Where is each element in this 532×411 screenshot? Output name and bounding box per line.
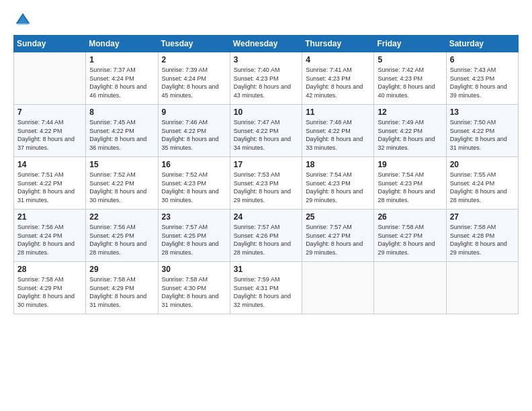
calendar-cell: 28 Sunrise: 7:58 AM Sunset: 4:29 PM Dayl… xyxy=(14,262,86,314)
day-number: 8 xyxy=(89,107,154,117)
header-day-monday: Monday xyxy=(86,36,158,52)
cell-sunrise: Sunrise: 7:37 AM xyxy=(89,66,136,73)
cell-sunrise: Sunrise: 7:41 AM xyxy=(306,66,352,73)
cell-daylight: Daylight: 8 hours and 28 minutes. xyxy=(234,240,291,256)
cell-daylight: Daylight: 8 hours and 29 minutes. xyxy=(306,188,363,203)
cell-sunrise: Sunrise: 7:57 AM xyxy=(306,224,352,230)
calendar-cell xyxy=(374,262,446,314)
cell-sunset: Sunset: 4:30 PM xyxy=(162,285,207,291)
cell-daylight: Daylight: 8 hours and 28 minutes. xyxy=(378,188,435,203)
day-number: 6 xyxy=(450,55,515,64)
calendar-cell: 12 Sunrise: 7:49 AM Sunset: 4:22 PM Dayl… xyxy=(374,105,446,157)
calendar-cell: 11 Sunrise: 7:48 AM Sunset: 4:22 PM Dayl… xyxy=(302,105,374,157)
day-number: 21 xyxy=(17,212,82,222)
cell-sunrise: Sunrise: 7:48 AM xyxy=(306,119,352,126)
calendar-cell: 22 Sunrise: 7:56 AM Sunset: 4:25 PM Dayl… xyxy=(86,210,158,262)
cell-sunrise: Sunrise: 7:47 AM xyxy=(234,119,280,126)
calendar-cell: 20 Sunrise: 7:55 AM Sunset: 4:24 PM Dayl… xyxy=(446,157,518,210)
cell-sunset: Sunset: 4:25 PM xyxy=(162,232,207,239)
day-number: 1 xyxy=(89,55,154,64)
calendar-cell xyxy=(302,262,374,314)
calendar-cell: 31 Sunrise: 7:59 AM Sunset: 4:31 PM Dayl… xyxy=(230,262,302,314)
cell-daylight: Daylight: 8 hours and 30 minutes. xyxy=(17,293,75,308)
day-number: 28 xyxy=(17,265,82,274)
calendar-cell xyxy=(14,52,86,105)
cell-sunset: Sunset: 4:26 PM xyxy=(234,232,279,239)
day-number: 31 xyxy=(234,265,298,274)
cell-sunset: Sunset: 4:22 PM xyxy=(162,128,207,134)
cell-daylight: Daylight: 8 hours and 30 minutes. xyxy=(89,188,146,203)
cell-sunrise: Sunrise: 7:58 AM xyxy=(162,276,208,283)
calendar-table: SundayMondayTuesdayWednesdayThursdayFrid… xyxy=(13,35,519,314)
header-day-saturday: Saturday xyxy=(446,36,518,52)
calendar-cell: 30 Sunrise: 7:58 AM Sunset: 4:30 PM Dayl… xyxy=(158,262,230,314)
cell-sunset: Sunset: 4:27 PM xyxy=(378,232,423,239)
calendar-cell: 14 Sunrise: 7:51 AM Sunset: 4:22 PM Dayl… xyxy=(14,157,86,210)
cell-sunrise: Sunrise: 7:50 AM xyxy=(450,119,496,126)
cell-sunrise: Sunrise: 7:54 AM xyxy=(378,171,424,178)
cell-daylight: Daylight: 8 hours and 29 minutes. xyxy=(378,240,435,256)
cell-daylight: Daylight: 8 hours and 31 minutes. xyxy=(89,293,146,308)
cell-sunset: Sunset: 4:22 PM xyxy=(17,128,62,134)
cell-sunset: Sunset: 4:23 PM xyxy=(162,180,207,187)
cell-daylight: Daylight: 8 hours and 36 minutes. xyxy=(89,136,146,151)
logo-icon xyxy=(13,11,32,30)
cell-sunset: Sunset: 4:24 PM xyxy=(162,75,207,82)
cell-sunrise: Sunrise: 7:59 AM xyxy=(234,276,280,283)
cell-sunset: Sunset: 4:23 PM xyxy=(450,75,495,82)
cell-sunset: Sunset: 4:22 PM xyxy=(89,180,134,187)
cell-sunrise: Sunrise: 7:51 AM xyxy=(17,171,64,178)
cell-sunset: Sunset: 4:22 PM xyxy=(89,128,134,134)
day-number: 26 xyxy=(378,212,442,222)
cell-sunset: Sunset: 4:27 PM xyxy=(306,232,351,239)
cell-sunrise: Sunrise: 7:58 AM xyxy=(89,276,136,283)
calendar-cell: 26 Sunrise: 7:58 AM Sunset: 4:27 PM Dayl… xyxy=(374,210,446,262)
calendar-header-row: SundayMondayTuesdayWednesdayThursdayFrid… xyxy=(14,36,519,52)
day-number: 27 xyxy=(450,212,515,222)
header-day-friday: Friday xyxy=(374,36,446,52)
cell-daylight: Daylight: 8 hours and 35 minutes. xyxy=(162,136,219,151)
cell-sunrise: Sunrise: 7:57 AM xyxy=(234,224,280,230)
calendar-cell: 15 Sunrise: 7:52 AM Sunset: 4:22 PM Dayl… xyxy=(86,157,158,210)
header-day-wednesday: Wednesday xyxy=(230,36,302,52)
day-number: 20 xyxy=(450,160,515,169)
cell-daylight: Daylight: 8 hours and 31 minutes. xyxy=(162,293,219,308)
cell-sunset: Sunset: 4:24 PM xyxy=(450,180,495,187)
calendar-cell: 10 Sunrise: 7:47 AM Sunset: 4:22 PM Dayl… xyxy=(230,105,302,157)
cell-sunrise: Sunrise: 7:53 AM xyxy=(234,171,280,178)
day-number: 15 xyxy=(89,160,154,169)
cell-sunset: Sunset: 4:22 PM xyxy=(450,128,495,134)
day-number: 3 xyxy=(234,55,298,64)
cell-daylight: Daylight: 8 hours and 29 minutes. xyxy=(234,188,291,203)
calendar-week-3: 14 Sunrise: 7:51 AM Sunset: 4:22 PM Dayl… xyxy=(14,157,519,210)
cell-sunrise: Sunrise: 7:46 AM xyxy=(162,119,208,126)
cell-sunrise: Sunrise: 7:56 AM xyxy=(89,224,136,230)
cell-daylight: Daylight: 8 hours and 28 minutes. xyxy=(89,240,146,256)
calendar-cell: 29 Sunrise: 7:58 AM Sunset: 4:29 PM Dayl… xyxy=(86,262,158,314)
cell-sunrise: Sunrise: 7:42 AM xyxy=(378,66,424,73)
calendar-cell: 17 Sunrise: 7:53 AM Sunset: 4:23 PM Dayl… xyxy=(230,157,302,210)
day-number: 10 xyxy=(234,107,298,117)
day-number: 12 xyxy=(378,107,442,117)
day-number: 14 xyxy=(17,160,82,169)
day-number: 2 xyxy=(162,55,226,64)
day-number: 25 xyxy=(306,212,370,222)
day-number: 30 xyxy=(162,265,226,274)
logo xyxy=(13,11,35,30)
calendar-cell: 13 Sunrise: 7:50 AM Sunset: 4:22 PM Dayl… xyxy=(446,105,518,157)
day-number: 4 xyxy=(306,55,370,64)
day-number: 22 xyxy=(89,212,154,222)
calendar-week-4: 21 Sunrise: 7:56 AM Sunset: 4:24 PM Dayl… xyxy=(14,210,519,262)
calendar-cell xyxy=(446,262,518,314)
cell-daylight: Daylight: 8 hours and 29 minutes. xyxy=(306,240,363,256)
cell-sunset: Sunset: 4:23 PM xyxy=(234,75,279,82)
day-number: 29 xyxy=(89,265,154,274)
cell-sunrise: Sunrise: 7:44 AM xyxy=(17,119,64,126)
calendar-cell: 2 Sunrise: 7:39 AM Sunset: 4:24 PM Dayli… xyxy=(158,52,230,105)
calendar-cell: 9 Sunrise: 7:46 AM Sunset: 4:22 PM Dayli… xyxy=(158,105,230,157)
cell-sunrise: Sunrise: 7:58 AM xyxy=(450,224,496,230)
day-number: 7 xyxy=(17,107,82,117)
calendar-week-2: 7 Sunrise: 7:44 AM Sunset: 4:22 PM Dayli… xyxy=(14,105,519,157)
cell-sunset: Sunset: 4:22 PM xyxy=(234,128,279,134)
header-day-thursday: Thursday xyxy=(302,36,374,52)
